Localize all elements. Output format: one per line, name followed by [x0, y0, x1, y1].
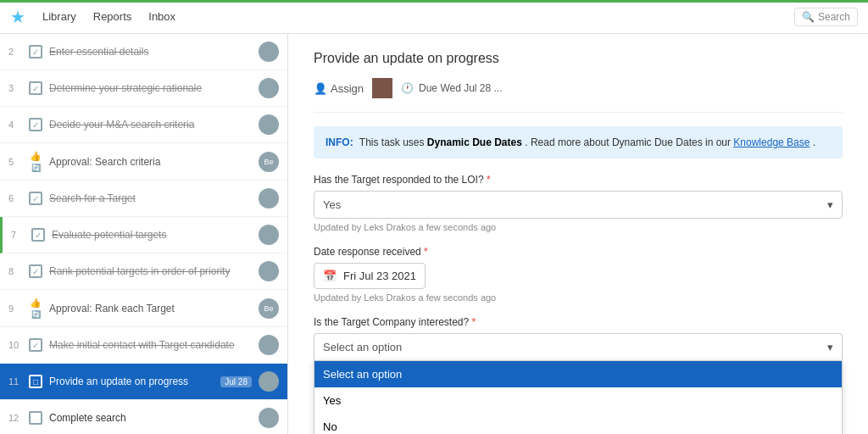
search-icon: 🔍 [802, 11, 815, 23]
task-label: Provide an update on progress [49, 376, 214, 387]
row-num: 9 [8, 303, 22, 314]
calendar-icon: 📅 [323, 270, 337, 282]
task-label: Approval: Rank each Target [49, 303, 252, 314]
loi-select[interactable]: Yes ▾ [314, 191, 843, 219]
checkbox[interactable]: ✓ [31, 228, 45, 242]
task-label: Enter essential details [49, 46, 252, 58]
required-marker: * [472, 316, 476, 328]
date-updated: Updated by Leks Drakos a few seconds ago [314, 292, 843, 303]
interested-select[interactable]: Select an option ▾ [314, 333, 843, 360]
row-num: 2 [8, 47, 22, 57]
task-row-12[interactable]: 12 Complete search [0, 400, 287, 434]
task-row-10[interactable]: 10 ✓ Make initial contact with Target ca… [0, 327, 287, 364]
checkbox[interactable]: ✓ [29, 264, 42, 278]
task-label: Approval: Search criteria [49, 156, 252, 168]
task-row-3[interactable]: 3 ✓ Determine your strategic rationale [0, 70, 287, 107]
row-num: 7 [11, 230, 25, 240]
task-label: Determine your strategic rationale [49, 82, 252, 94]
task-label: Evaluate potential targets [52, 229, 252, 241]
dropdown-option-no[interactable]: No [314, 414, 842, 434]
logo-icon: ★ [10, 7, 25, 27]
avatar: Be [259, 152, 279, 172]
required-marker: * [424, 246, 428, 258]
row-num: 12 [8, 413, 22, 423]
task-label: Decide your M&A search criteria [49, 119, 252, 131]
task-row-7[interactable]: 7 ✓ Evaluate potential targets [0, 217, 287, 253]
field-date: Date response received * 📅 Fri Jul 23 20… [314, 246, 843, 303]
person-icon: 👤 [314, 82, 327, 95]
task-row-4[interactable]: 4 ✓ Decide your M&A search criteria [0, 107, 287, 143]
info-bold: Dynamic Due Dates [427, 136, 522, 148]
task-label: Search for a Target [49, 192, 252, 204]
avatar [259, 225, 279, 245]
left-panel: 2 ✓ Enter essential details 3 ✓ Determin… [0, 34, 288, 434]
nav-inbox[interactable]: Inbox [148, 10, 175, 23]
checkbox[interactable]: ✓ [29, 81, 42, 95]
field-loi-label: Has the Target responded to the LOI? * [314, 174, 843, 186]
avatar: Be [259, 298, 279, 319]
checkbox[interactable]: ✓ [29, 338, 42, 352]
due-badge: Jul 28 [220, 376, 252, 387]
info-text1: This task uses [359, 136, 427, 148]
task-label: Complete search [49, 412, 252, 424]
checkbox[interactable]: □ [29, 375, 42, 388]
right-panel: Provide an update on progress 👤 Assign 🕐… [288, 34, 868, 434]
checkbox[interactable] [29, 411, 42, 425]
checkbox[interactable]: ✓ [29, 45, 42, 58]
avatar [259, 371, 279, 392]
date-value: Fri Jul 23 2021 [343, 270, 416, 282]
loi-updated: Updated by Leks Drakos a few seconds ago [314, 222, 843, 232]
row-num: 6 [8, 193, 22, 203]
interested-value: Select an option [323, 341, 402, 353]
task-row-2[interactable]: 2 ✓ Enter essential details [0, 34, 287, 70]
checkbox[interactable]: ✓ [29, 192, 42, 205]
loi-value: Yes [323, 198, 341, 211]
date-picker[interactable]: 📅 Fri Jul 23 2021 [314, 263, 426, 289]
clock-icon: 🕐 [401, 82, 414, 94]
row-num: 11 [8, 376, 22, 387]
avatar [259, 78, 279, 98]
dropdown-option-select[interactable]: Select an option [314, 361, 842, 387]
green-bar [0, 0, 868, 3]
task-row-11[interactable]: 11 □ Provide an update on progress Jul 2… [0, 364, 287, 400]
chevron-down-icon: ▾ [827, 341, 833, 353]
task-row-9[interactable]: 9 👍 🔄 Approval: Rank each Target Be [0, 290, 287, 327]
assignee-avatar [372, 78, 392, 98]
row-num: 10 [8, 340, 22, 350]
assign-row: 👤 Assign 🕐 Due Wed Jul 28 ... [314, 78, 843, 113]
due-text: Due Wed Jul 28 ... [419, 82, 503, 94]
checkbox[interactable]: ✓ [29, 118, 42, 131]
task-label: Make initial contact with Target candida… [49, 339, 252, 351]
knowledge-base-link[interactable]: Knowledge Base [733, 136, 810, 148]
required-marker: * [487, 174, 491, 186]
avatar [259, 188, 279, 209]
search-placeholder: Search [818, 11, 850, 23]
dropdown-option-yes[interactable]: Yes [314, 387, 842, 414]
approval-icons: 👍 🔄 [29, 151, 42, 172]
info-box: INFO: This task uses Dynamic Due Dates .… [314, 126, 843, 159]
nav-library[interactable]: Library [42, 10, 76, 23]
row-num: 4 [8, 120, 22, 130]
row-num: 3 [8, 83, 22, 93]
info-end: . [813, 136, 815, 148]
due-row: 🕐 Due Wed Jul 28 ... [401, 82, 503, 94]
avatar [259, 335, 279, 355]
search-box[interactable]: 🔍 Search [794, 8, 858, 26]
assign-button[interactable]: 👤 Assign [314, 82, 364, 95]
nav-reports[interactable]: Reports [93, 10, 132, 23]
topnav: ★ Library Reports Inbox 🔍 Search [0, 0, 868, 34]
task-label: Rank potential targets in order of prior… [49, 265, 252, 277]
avatar [259, 114, 279, 135]
info-label: INFO: [326, 136, 353, 148]
section-title: Provide an update on progress [314, 51, 843, 66]
task-row-8[interactable]: 8 ✓ Rank potential targets in order of p… [0, 253, 287, 290]
row-num: 5 [8, 157, 22, 167]
avatar [259, 261, 279, 281]
task-row-6[interactable]: 6 ✓ Search for a Target [0, 181, 287, 217]
task-row-5[interactable]: 5 👍 🔄 Approval: Search criteria Be [0, 143, 287, 181]
field-interested-label: Is the Target Company interested? * [314, 316, 843, 328]
assign-label: Assign [331, 82, 364, 95]
field-date-label: Date response received * [314, 246, 843, 258]
field-interested: Is the Target Company interested? * Sele… [314, 316, 843, 360]
info-text2: . Read more about Dynamic Due Dates in o… [525, 136, 733, 148]
